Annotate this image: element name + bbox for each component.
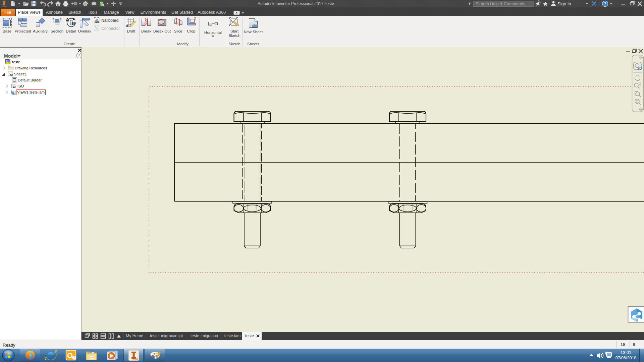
svg-text:Sign In: Sign In bbox=[557, 1, 571, 6]
svg-text:2D: 2D bbox=[637, 66, 642, 70]
svg-text:PRO: PRO bbox=[133, 358, 138, 360]
svg-text:Search Help & Commands...: Search Help & Commands... bbox=[476, 2, 529, 6]
svg-text:A: A bbox=[66, 17, 69, 22]
svg-text:?: ? bbox=[604, 1, 606, 6]
svg-text:?: ? bbox=[78, 54, 80, 58]
